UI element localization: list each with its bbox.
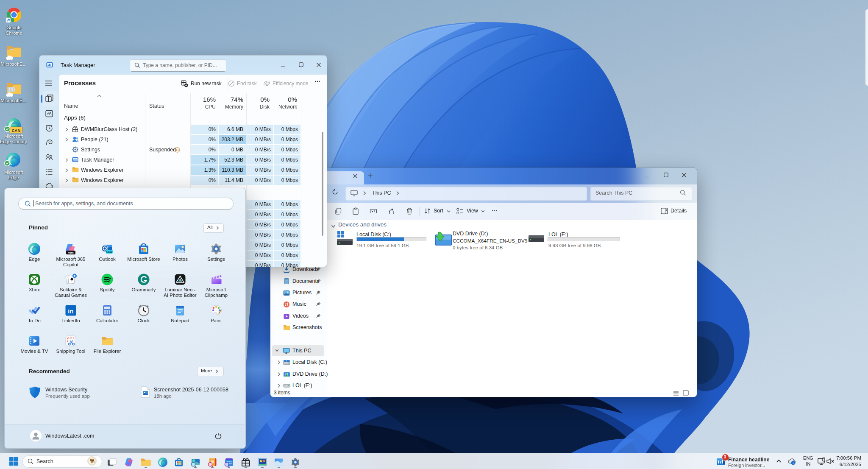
svg-text:M365: M365 <box>68 251 74 254</box>
svg-text:in: in <box>68 307 73 315</box>
svg-text:CAN: CAN <box>12 128 21 133</box>
svg-text:NEW: NEW <box>106 251 112 253</box>
